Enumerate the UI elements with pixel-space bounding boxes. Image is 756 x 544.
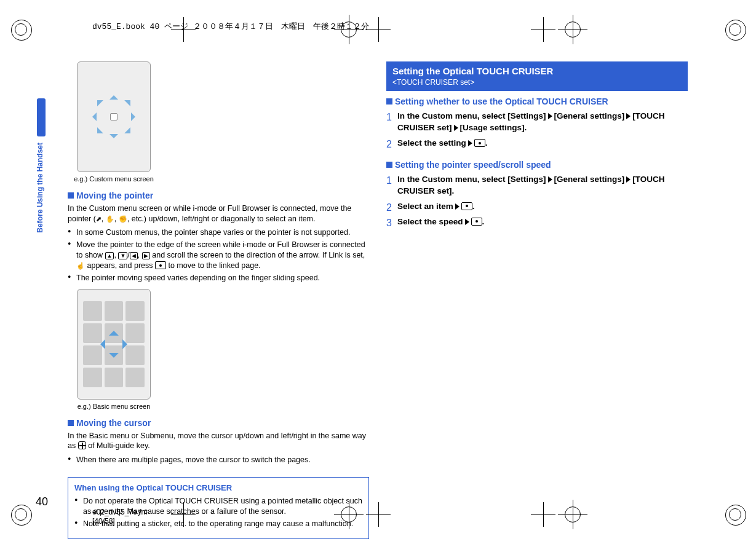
scroll-up-icon: ▲ <box>105 252 114 259</box>
step-item: 2 Select an item. <box>386 201 688 213</box>
crop-mark-icon <box>171 502 196 527</box>
screenshot-basic-menu <box>77 289 151 400</box>
text: and scroll the screen to the direction o… <box>152 251 365 259</box>
figure-caption: e.g.) Basic menu screen <box>74 402 154 411</box>
page-content: Before Using the Handset e.g.) Custom me… <box>36 61 721 492</box>
breadcrumb-arrow-icon <box>454 125 458 131</box>
figure-custom-menu: e.g.) Custom menu screen <box>74 61 154 184</box>
figure-basic-menu: e.g.) Basic menu screen <box>74 289 154 411</box>
square-bullet-icon <box>68 192 74 199</box>
breadcrumb-arrow-icon <box>455 203 460 210</box>
crop-mark-icon <box>531 17 555 42</box>
text: . <box>485 138 488 148</box>
crop-mark-icon <box>366 502 391 527</box>
multi-guide-key-icon <box>78 441 86 449</box>
pointer-grab-icon: ✊ <box>119 216 127 223</box>
scroll-left-icon: ◀ <box>130 252 138 259</box>
registration-ring-icon <box>11 505 31 524</box>
registration-cross-icon <box>336 502 361 527</box>
breadcrumb-arrow-icon <box>626 176 631 183</box>
banner-subtitle: <TOUCH CRUISER set> <box>392 77 682 87</box>
text: of Multi-guide key. <box>88 441 150 450</box>
running-head: dv55_E.book 40 ページ ２００８年４月１７日 木曜日 午後２時１２… <box>92 21 369 32</box>
heading-text: Setting the pointer speed/scroll speed <box>395 160 551 170</box>
text: , <box>101 215 106 223</box>
left-column: e.g.) Custom menu screen Moving the poin… <box>68 61 369 492</box>
registration-center-group <box>531 17 585 42</box>
scroll-down-icon: ▼ <box>118 252 127 259</box>
registration-ring-icon <box>725 505 745 524</box>
link-hand-icon: ☝ <box>76 262 85 269</box>
text: When there are multiple pages, move the … <box>76 455 311 464</box>
text: , etc.) up/down, left/right or diagonall… <box>127 215 316 223</box>
side-tab: Before Using the Handset <box>36 61 52 492</box>
section-name-vertical: Before Using the Handset <box>36 143 44 233</box>
text: In some Custom menus, the pointer shape … <box>76 228 350 237</box>
text: . <box>472 202 475 211</box>
step-number: 2 <box>386 201 392 215</box>
center-key-icon <box>474 139 485 147</box>
text: [Usage settings]. <box>460 123 527 132</box>
print-registration-bottom <box>0 496 756 533</box>
pointer-arrow-icon: ⬈ <box>96 216 101 223</box>
breadcrumb-arrow-icon <box>548 113 552 119</box>
registration-ring-icon <box>725 20 745 39</box>
text: In the Custom menu, select [Settings] <box>397 175 546 184</box>
figure-caption: e.g.) Custom menu screen <box>74 175 154 184</box>
list-item: When there are multiple pages, move the … <box>76 455 369 465</box>
heading-usage-setting: Setting whether to use the Optical TOUCH… <box>386 96 688 108</box>
columns: e.g.) Custom menu screen Moving the poin… <box>52 61 721 492</box>
right-column: Setting the Optical TOUCH CRUISER <TOUCH… <box>386 61 688 492</box>
registration-center-group <box>531 502 585 527</box>
text: [General settings] <box>554 175 625 184</box>
heading-text: Setting whether to use the Optical TOUCH… <box>395 97 608 106</box>
cursor-directions-icon <box>98 328 130 360</box>
pointer-hand-icon: ✋ <box>106 216 114 223</box>
section-tab-marker <box>37 98 46 136</box>
text: appears, and press <box>87 261 155 270</box>
text: The pointer moving speed varies dependin… <box>76 274 320 282</box>
banner-title: Setting the Optical TOUCH CRUISER <box>392 65 682 77</box>
square-bullet-icon <box>386 98 392 104</box>
warning-title: When using the Optical TOUCH CRUISER <box>74 483 362 494</box>
step-number: 1 <box>386 111 392 124</box>
step-item: 2 Select the setting. <box>386 138 688 149</box>
center-key-icon <box>155 261 166 269</box>
breadcrumb-arrow-icon <box>465 219 469 225</box>
pointer-directions-icon <box>89 92 138 141</box>
text: , <box>114 215 119 223</box>
bullet-list: When there are multiple pages, move the … <box>68 455 369 467</box>
list-item: The pointer moving speed varies dependin… <box>76 273 369 283</box>
crop-mark-icon <box>366 17 391 42</box>
heading-moving-cursor: Moving the cursor <box>68 417 369 429</box>
step-number: 1 <box>386 174 392 187</box>
steps-list: 1 In the Custom menu, select [Settings][… <box>386 174 688 232</box>
heading-text: Moving the pointer <box>76 191 153 200</box>
text: to move to the linked page. <box>168 261 260 270</box>
registration-cross-icon <box>560 502 585 527</box>
square-bullet-icon <box>68 420 74 426</box>
bullet-list: In some Custom menus, the pointer shape … <box>68 227 369 285</box>
screenshot-custom-menu <box>77 61 151 172</box>
heading-moving-pointer: Moving the pointer <box>68 190 369 202</box>
text: In the Custom menu, select [Settings] <box>397 111 546 120</box>
registration-ring-icon <box>11 20 31 39</box>
step-item: 1 In the Custom menu, select [Settings][… <box>386 111 688 134</box>
breadcrumb-arrow-icon <box>548 176 552 183</box>
section-banner: Setting the Optical TOUCH CRUISER <TOUCH… <box>386 61 688 91</box>
text: Select the speed <box>397 217 463 226</box>
text: Select an item <box>397 202 453 211</box>
registration-center-group <box>336 502 391 527</box>
para: In the Basic menu or Submenu, move the c… <box>68 431 369 452</box>
text: . <box>482 217 485 226</box>
breadcrumb-arrow-icon <box>626 113 631 119</box>
registration-cross-icon <box>560 17 585 42</box>
crop-mark-icon <box>531 502 555 527</box>
para: In the Custom menu screen or while i-mod… <box>68 203 369 224</box>
breadcrumb-arrow-icon <box>468 140 472 146</box>
text: Select the setting <box>397 138 466 148</box>
center-key-icon <box>471 218 482 226</box>
step-number: 2 <box>386 138 392 151</box>
step-item: 1 In the Custom menu, select [Settings][… <box>386 174 688 197</box>
list-item: In some Custom menus, the pointer shape … <box>76 227 369 238</box>
